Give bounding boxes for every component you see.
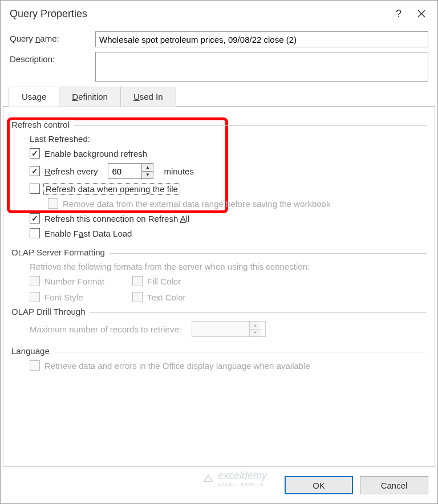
spinner-up-icon[interactable]: ▲ [142, 164, 153, 172]
section-olap-drill: OLAP Drill Through Maximum number of rec… [11, 312, 427, 345]
legend-refresh-control: Refresh control [11, 120, 74, 129]
font-style-checkbox [30, 292, 40, 302]
spinner-down-icon[interactable]: ▼ [142, 172, 153, 179]
enable-background-refresh-label: Enable background refresh [44, 149, 147, 158]
legend-olap-drill: OLAP Drill Through [11, 307, 90, 316]
section-olap-formatting: OLAP Server Formatting Retrieve the foll… [11, 253, 427, 306]
titlebar: Query Properties ? [1, 1, 437, 27]
refresh-all-label: Refresh this connection on Refresh All [44, 214, 189, 223]
fill-color-label: Fill Color [147, 277, 181, 286]
cancel-button[interactable]: Cancel [360, 476, 428, 494]
section-language: Language Retrieve data and errors in the… [11, 352, 427, 379]
tab-strip: Usage Definition Used In [3, 86, 435, 107]
close-button[interactable] [410, 5, 433, 22]
minutes-label: minutes [164, 166, 194, 176]
refresh-every-label: Refresh every [44, 166, 98, 176]
tab-panel-usage: Refresh control Last Refreshed: Enable b… [3, 107, 435, 467]
tab-used-in[interactable]: Used In [120, 87, 176, 107]
remove-data-label: Remove data from the external data range… [63, 199, 330, 209]
language-label: Retrieve data and errors in the Office d… [44, 361, 310, 371]
tab-usage[interactable]: Usage [9, 87, 59, 107]
font-style-label: Font Style [44, 292, 83, 302]
tab-definition[interactable]: Definition [59, 87, 121, 107]
section-refresh-control: Refresh control Last Refreshed: Enable b… [11, 125, 427, 246]
refresh-on-open-label: Refresh data when opening the file [44, 184, 179, 194]
refresh-interval-input[interactable] [108, 164, 141, 178]
enable-background-refresh-checkbox[interactable] [30, 148, 40, 158]
query-name-input[interactable] [95, 31, 428, 47]
max-records-input [192, 322, 249, 336]
description-label: Description: [10, 52, 95, 64]
close-icon [417, 10, 425, 18]
refresh-all-checkbox[interactable] [30, 213, 40, 223]
max-records-spinner: ▲ ▼ [192, 321, 266, 337]
query-properties-dialog: Query Properties ? Query name: Descripti… [0, 0, 438, 504]
fast-data-load-checkbox[interactable] [30, 228, 40, 238]
text-color-label: Text Color [147, 292, 186, 302]
ok-button[interactable]: OK [285, 476, 353, 494]
last-refreshed-label: Last Refreshed: [30, 134, 427, 144]
legend-language: Language [11, 346, 54, 356]
dialog-footer: OK Cancel [1, 469, 437, 503]
number-format-checkbox [30, 276, 40, 286]
fill-color-checkbox [132, 276, 143, 286]
legend-olap-formatting: OLAP Server Formatting [11, 247, 110, 257]
refresh-interval-spinner[interactable]: ▲ ▼ [108, 163, 153, 179]
form-area: Query name: Description: [1, 27, 437, 86]
refresh-every-checkbox[interactable] [30, 166, 40, 176]
spinner-down-icon: ▼ [250, 330, 261, 337]
max-records-label: Maximum number of records to retrieve: [30, 324, 181, 334]
query-name-label: Query name: [10, 31, 95, 43]
fast-data-load-label: Enable Fast Data Load [44, 229, 132, 238]
description-input[interactable] [95, 52, 428, 82]
number-format-label: Number Format [44, 277, 104, 286]
dialog-title: Query Properties [10, 8, 387, 20]
language-checkbox [30, 360, 40, 371]
refresh-on-open-checkbox[interactable] [30, 184, 40, 194]
text-color-checkbox [132, 292, 143, 302]
remove-data-checkbox [48, 198, 58, 209]
olap-retrieve-label: Retrieve the following formats from the … [30, 262, 427, 271]
help-button[interactable]: ? [387, 5, 410, 22]
spinner-up-icon: ▲ [250, 322, 261, 330]
